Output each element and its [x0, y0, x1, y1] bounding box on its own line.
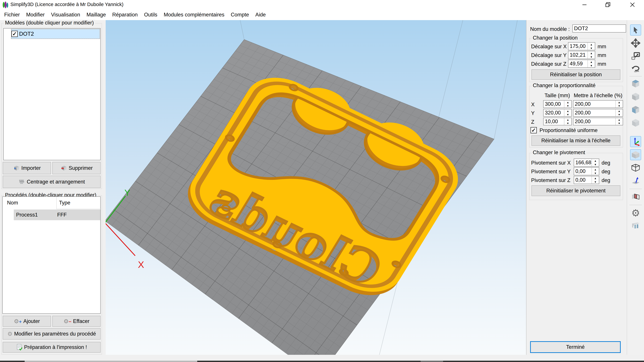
table-header-divider [56, 197, 57, 209]
col-header-type[interactable]: Type [59, 200, 70, 206]
view-side-button[interactable] [630, 104, 641, 115]
delete-cube-minus-icon [60, 165, 67, 171]
window-title: Simplify3D (Licence accordée à Mr Duboil… [10, 2, 124, 7]
import-button[interactable]: Importer [3, 162, 51, 174]
offset-x-spinner[interactable]: 175,00 ▲▼ [568, 42, 595, 50]
menu-maillage[interactable]: Maillage [83, 9, 109, 20]
minimize-button[interactable] [575, 0, 594, 9]
reset-position-button[interactable]: Réinitialiser la position [532, 69, 620, 80]
menu-visualisation[interactable]: Visualisation [48, 9, 83, 20]
rotate-x-value: 166,68 [574, 160, 592, 166]
support-structures-button[interactable] [630, 221, 641, 232]
scale-x-spinner[interactable]: 200,00 ▲▼ [573, 100, 623, 108]
toggle-axes-button[interactable] [630, 136, 641, 147]
axis-y-label: Y [124, 188, 130, 198]
processes-table[interactable]: Nom Type Process1 FFF [2, 196, 100, 314]
spin-arrows-icon[interactable]: ▲▼ [564, 118, 572, 125]
menu-reparation[interactable]: Réparation [109, 9, 141, 20]
gear-plus-icon: ⚙+ [14, 318, 22, 325]
cross-section-button[interactable] [630, 191, 641, 202]
scale-group-title: Changer la proportionnalité [532, 82, 597, 88]
spin-arrows-icon[interactable]: ▲▼ [615, 100, 623, 108]
size-y-spinner[interactable]: 320,00 ▲▼ [543, 109, 572, 117]
toggle-normals-button[interactable] [630, 175, 641, 186]
rotate-z-unit: deg [602, 177, 610, 183]
rotate-y-spinner[interactable]: 0,00 ▲▼ [574, 167, 599, 175]
toggle-solid-model-button[interactable] [630, 149, 641, 160]
prepare-print-label: Préparation à l'impression ! [24, 344, 87, 350]
reset-rotation-label: Réinitialiser le pivotement [546, 188, 606, 194]
offset-z-spinner[interactable]: 49,59 ▲▼ [568, 60, 595, 68]
close-button[interactable] [623, 0, 642, 9]
add-process-button[interactable]: ⚙+ Ajouter [3, 316, 51, 327]
model-name-label: Nom du modèle : [530, 26, 570, 32]
spin-arrows-icon[interactable]: ▲▼ [592, 159, 599, 166]
model-list-item-dot2[interactable]: ✓ DOT2 [12, 29, 100, 38]
view-front-button[interactable] [630, 91, 641, 102]
size-x-spinner[interactable]: 300,00 ▲▼ [543, 100, 572, 108]
move-tool-button[interactable] [630, 37, 641, 49]
menu-modifier[interactable]: Modifier [23, 9, 48, 20]
model-item-label: DOT2 [19, 31, 34, 37]
process-type-cell: FFF [57, 212, 67, 218]
erase-process-button[interactable]: ⚙− Effacer [52, 316, 100, 327]
menu-modules[interactable]: Modules complémentaires [160, 9, 228, 20]
spin-arrows-icon[interactable]: ▲▼ [615, 109, 623, 116]
spin-arrows-icon[interactable]: ▲▼ [588, 60, 595, 67]
prepare-print-button[interactable]: Préparation à l'impression ! [3, 342, 100, 353]
scale-tool-button[interactable] [630, 51, 641, 62]
center-arrange-icon [18, 178, 25, 185]
scale-z-spinner[interactable]: 200,00 ▲▼ [573, 118, 623, 125]
restore-button[interactable] [599, 0, 617, 9]
view-top-button[interactable] [630, 78, 641, 89]
scale-y-value: 200,00 [574, 110, 615, 116]
toggle-wireframe-button[interactable] [630, 162, 641, 173]
view-iso-button[interactable] [630, 117, 641, 128]
spin-arrows-icon[interactable]: ▲▼ [615, 118, 623, 125]
reset-scale-label: Réinitialiser la mise à l'échelle [541, 138, 611, 144]
reset-scale-button[interactable]: Réinitialiser la mise à l'échelle [532, 135, 620, 146]
scale-y-spinner[interactable]: 200,00 ▲▼ [573, 109, 623, 117]
machine-settings-button[interactable]: ⚙ [630, 207, 641, 219]
taskbar-segment [25, 361, 197, 362]
spin-arrows-icon[interactable]: ▲▼ [564, 100, 572, 108]
rotate-tool-button[interactable] [630, 64, 641, 75]
edit-process-settings-button[interactable]: ⚙ Modifier les paramètres du procédé [3, 328, 100, 340]
cube-side-view-icon [631, 105, 640, 114]
rotate-x-unit: deg [602, 160, 610, 166]
offset-x-value: 175,00 [568, 43, 588, 49]
scale-y-axis: Y [531, 110, 535, 116]
models-list[interactable]: ✓ DOT2 [3, 28, 100, 160]
uniform-scale-checkbox[interactable]: ✓ [530, 127, 537, 133]
rotate-z-spinner[interactable]: 0,00 ▲▼ [574, 176, 599, 184]
select-tool-button[interactable] [630, 24, 641, 35]
viewport-3d[interactable]: Clouds Y X [106, 20, 526, 355]
menu-compte[interactable]: Compte [228, 9, 252, 20]
delete-model-button[interactable]: Supprimer [52, 162, 100, 174]
col-header-nom[interactable]: Nom [7, 200, 18, 206]
taskbar-segment [420, 361, 443, 362]
model-checkbox[interactable]: ✓ [12, 31, 18, 37]
menu-outils[interactable]: Outils [141, 9, 160, 20]
prepare-print-icon [16, 344, 22, 351]
offset-y-spinner[interactable]: 102,21 ▲▼ [568, 51, 595, 59]
spin-arrows-icon[interactable]: ▲▼ [588, 51, 595, 59]
models-group-title: Modèles (double cliquer pour modifier) [4, 20, 95, 26]
spin-arrows-icon[interactable]: ▲▼ [588, 42, 595, 50]
scale-x-value: 200,00 [574, 101, 615, 107]
spin-arrows-icon[interactable]: ▲▼ [592, 168, 599, 175]
model-name-input[interactable] [572, 24, 626, 32]
table-header-underline [56, 209, 101, 209]
restore-icon [605, 2, 611, 7]
spin-arrows-icon[interactable]: ▲▼ [564, 109, 572, 116]
uniform-scale-label: Proportionnalité uniforme [540, 127, 598, 133]
reset-rotation-button[interactable]: Réinitialiser le pivotement [532, 185, 620, 196]
size-z-spinner[interactable]: 10,00 ▲▼ [543, 118, 572, 125]
spin-arrows-icon[interactable]: ▲▼ [592, 176, 599, 184]
process-row[interactable]: Process1 FFF [14, 210, 100, 220]
menu-aide[interactable]: Aide [252, 9, 269, 20]
done-button[interactable]: Terminé [530, 341, 621, 353]
center-arrange-button[interactable]: Centrage et arrangement [3, 176, 100, 188]
menu-fichier[interactable]: Fichier [1, 9, 23, 20]
rotate-x-spinner[interactable]: 166,68 ▲▼ [574, 159, 599, 167]
